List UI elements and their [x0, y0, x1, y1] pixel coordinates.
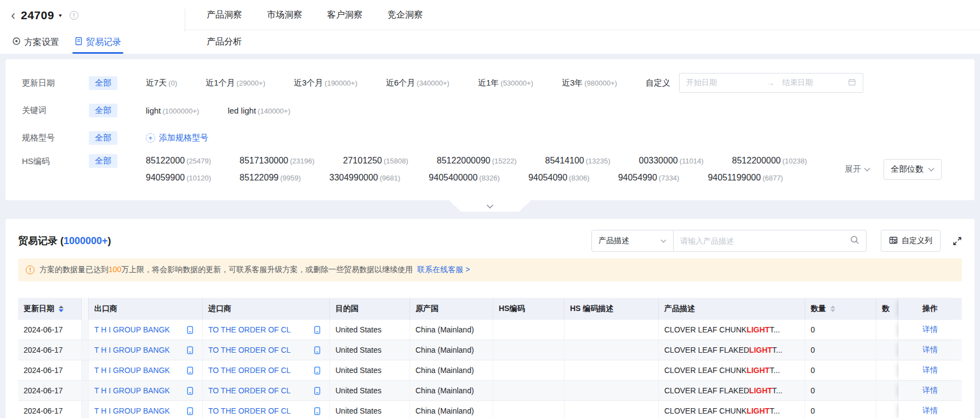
- keyword-filter-option[interactable]: led light(140000+): [227, 106, 290, 115]
- hs-filter-all-tag[interactable]: 全部: [89, 154, 117, 168]
- search-input[interactable]: [680, 236, 850, 245]
- date-filter-option[interactable]: 近3年(980000+): [562, 78, 617, 88]
- hs-code-option[interactable]: 8512200000(10238): [732, 156, 807, 166]
- detail-link[interactable]: 详情: [922, 406, 938, 416]
- chevron-down-icon: [486, 204, 494, 209]
- search-field-select[interactable]: 产品描述: [591, 230, 674, 252]
- exporter-link[interactable]: T H I GROUP BANGK: [94, 325, 170, 334]
- hs-code-option[interactable]: 94054990(7334): [618, 173, 680, 183]
- hs-code-option[interactable]: 94051199000(6877): [708, 173, 783, 183]
- copy-icon[interactable]: [309, 326, 321, 334]
- end-date-placeholder[interactable]: 结束日期: [782, 78, 848, 88]
- add-spec-button[interactable]: + 添加规格型号: [146, 133, 208, 143]
- hs-code-option[interactable]: 27101250(15808): [343, 156, 408, 166]
- date-filter-option[interactable]: 近1年(530000+): [478, 78, 533, 88]
- date-filter-option[interactable]: 近1个月(29000+): [206, 78, 265, 88]
- back-icon[interactable]: ‹: [11, 9, 15, 22]
- hs-code-option[interactable]: 8517130000(23196): [240, 156, 315, 166]
- filter-label: 更新日期: [22, 78, 89, 88]
- collapse-filters-tab[interactable]: [449, 200, 531, 212]
- tab-competitor-insight[interactable]: 竞企洞察: [388, 9, 423, 21]
- spec-filter-all-tag[interactable]: 全部: [89, 131, 117, 145]
- cell-destination: United States: [330, 381, 410, 400]
- detail-link[interactable]: 详情: [922, 365, 938, 375]
- contact-support-link[interactable]: 联系在线客服 >: [417, 265, 470, 274]
- copy-icon[interactable]: [309, 346, 321, 354]
- hs-code-option[interactable]: 00330000(11014): [639, 156, 704, 166]
- cell-exporter: T H I GROUP BANGK: [89, 320, 203, 340]
- detail-link[interactable]: 详情: [922, 386, 938, 396]
- hs-code-option[interactable]: 9405400000(8326): [429, 173, 500, 183]
- detail-link[interactable]: 详情: [922, 325, 938, 335]
- exporter-link[interactable]: T H I GROUP BANGK: [94, 386, 170, 395]
- hs-code-option[interactable]: 3304990000(9681): [329, 173, 401, 183]
- start-date-placeholder[interactable]: 开始日期: [686, 78, 767, 88]
- copy-icon[interactable]: [181, 326, 193, 334]
- sort-icon[interactable]: [830, 306, 835, 312]
- fullscreen-icon[interactable]: [953, 236, 962, 246]
- search-icon[interactable]: [850, 235, 859, 246]
- date-filter-option[interactable]: 近6个月(340000+): [386, 78, 449, 88]
- plan-dropdown-icon[interactable]: ▼: [58, 13, 63, 18]
- date-filter-option[interactable]: 近7天(0): [146, 78, 177, 88]
- hs-code-option[interactable]: 94054090(8306): [528, 173, 590, 183]
- hs-digits-select[interactable]: 全部位数: [884, 159, 942, 180]
- custom-columns-button[interactable]: 自定义列: [881, 230, 941, 252]
- frozen-column-gap: [82, 360, 89, 380]
- exporter-link[interactable]: T H I GROUP BANGK: [94, 366, 170, 375]
- copy-icon[interactable]: [181, 346, 193, 354]
- copy-icon[interactable]: [181, 407, 193, 415]
- calendar-icon[interactable]: [848, 78, 856, 88]
- settings-icon: [12, 37, 21, 48]
- importer-link[interactable]: TO THE ORDER OF CL: [208, 386, 290, 395]
- exporter-link[interactable]: T H I GROUP BANGK: [94, 406, 170, 415]
- tab-product-insight[interactable]: 产品洞察: [207, 9, 242, 21]
- tab-market-insight[interactable]: 市场洞察: [267, 9, 302, 21]
- copy-icon[interactable]: [309, 407, 321, 415]
- custom-date-label[interactable]: 自定义: [646, 78, 670, 88]
- frozen-column-gap: [82, 320, 89, 340]
- detail-link[interactable]: 详情: [922, 345, 938, 355]
- column-label: 数: [882, 304, 890, 314]
- copy-icon[interactable]: [309, 366, 321, 375]
- column-label: HS 编码描述: [570, 304, 613, 314]
- hs-code-option[interactable]: 85122000090(15222): [437, 156, 517, 166]
- tab-plan-settings[interactable]: 方案设置: [12, 31, 59, 54]
- expand-toggle[interactable]: 展开: [845, 164, 870, 174]
- option-count: (340000+): [417, 79, 449, 87]
- expand-label: 展开: [845, 164, 861, 174]
- date-filter-option[interactable]: 近3个月(190000+): [294, 78, 357, 88]
- copy-icon[interactable]: [309, 387, 321, 395]
- hs-code-option[interactable]: 85122000(25479): [146, 156, 211, 166]
- cell-origin: China (Mainland): [410, 340, 493, 360]
- date-range-input[interactable]: 开始日期 → 结束日期: [679, 73, 863, 93]
- table-header-row: 更新日期 出口商进口商目的国原产国HS编码HS 编码描述产品描述数量 数操作: [18, 298, 962, 320]
- hs-code-option[interactable]: 85414100(13235): [545, 156, 611, 166]
- column-label: 目的国: [335, 304, 358, 314]
- keyword-filter-all-tag[interactable]: 全部: [89, 104, 117, 117]
- hs-code-option[interactable]: 85122099(9959): [240, 173, 301, 183]
- option-count: (1000000+): [163, 107, 200, 115]
- trade-records-panel: 贸易记录 (1000000+) 产品描述 自定义列: [5, 219, 975, 418]
- keyword-filter-option[interactable]: light(1000000+): [146, 106, 199, 115]
- tab-trade-records[interactable]: 贸易记录: [75, 31, 121, 54]
- filter-row-update-date: 更新日期 全部 近7天(0)近1个月(29000+)近3个月(190000+)近…: [22, 69, 958, 97]
- importer-link[interactable]: TO THE ORDER OF CL: [208, 346, 290, 354]
- cell-hs-code: [493, 401, 565, 418]
- sort-icon[interactable]: [59, 306, 64, 312]
- cell-origin: China (Mainland): [410, 360, 493, 380]
- plan-info-icon[interactable]: !: [70, 11, 78, 20]
- tab-product-analysis[interactable]: 产品分析: [207, 36, 242, 48]
- copy-icon[interactable]: [181, 387, 193, 395]
- column-header: 出口商: [89, 298, 203, 320]
- importer-link[interactable]: TO THE ORDER OF CL: [208, 366, 290, 375]
- importer-link[interactable]: TO THE ORDER OF CL: [208, 325, 290, 334]
- importer-link[interactable]: TO THE ORDER OF CL: [208, 406, 290, 415]
- section-title-text: 贸易记录: [18, 235, 58, 246]
- exporter-link[interactable]: T H I GROUP BANGK: [94, 346, 170, 354]
- hs-code-option[interactable]: 94059900(10120): [146, 173, 211, 183]
- copy-icon[interactable]: [181, 366, 193, 375]
- date-filter-all-tag[interactable]: 全部: [89, 76, 117, 90]
- option-count: (10238): [783, 157, 807, 165]
- tab-customer-insight[interactable]: 客户洞察: [327, 9, 362, 21]
